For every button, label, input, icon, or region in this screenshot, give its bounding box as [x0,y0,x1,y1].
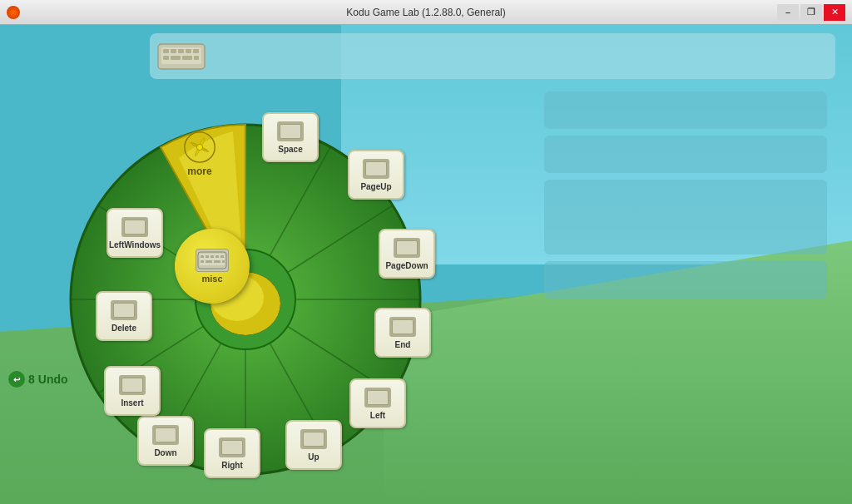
right-panel [544,91,827,299]
pagedown-button[interactable]: PageDown [379,229,435,279]
up-label: Up [308,452,319,462]
svg-rect-10 [194,56,199,60]
pageup-key-icon [363,159,389,179]
svg-rect-30 [201,255,204,258]
leftwindows-button[interactable]: LeftWindows [106,208,163,258]
svg-rect-8 [171,56,181,60]
panel-box-3 [544,180,827,254]
svg-rect-3 [171,49,176,53]
up-button[interactable]: Up [285,420,342,470]
more-button[interactable]: more [158,112,241,195]
pageup-label: PageUp [360,182,391,191]
panel-box-4 [544,261,827,299]
down-key-icon [152,425,179,445]
svg-rect-31 [206,255,209,258]
svg-rect-32 [211,255,214,258]
leftwindows-key-icon [121,217,148,237]
svg-rect-7 [163,56,169,60]
svg-rect-6 [193,49,199,53]
pagedown-label: PageDown [385,261,428,270]
space-button[interactable]: Space [262,112,319,162]
svg-rect-5 [186,49,191,53]
misc-label: misc [201,274,222,284]
delete-label: Delete [111,324,136,333]
end-label: End [395,340,411,349]
minimize-button[interactable]: − [777,4,799,21]
end-key-icon [389,317,416,337]
panel-box-2 [544,136,827,173]
svg-rect-37 [214,260,220,263]
svg-rect-4 [178,49,184,53]
insert-label: Insert [121,398,143,408]
left-label: Left [370,411,385,420]
pagedown-key-icon [394,238,420,258]
misc-keyboard-icon [196,249,229,272]
left-button[interactable]: Left [349,378,406,428]
main-content: ↩ 8Undo [0,25,852,504]
undo-icon: ↩ [8,371,25,388]
svg-rect-33 [215,255,219,258]
right-key-icon [219,437,245,457]
svg-rect-34 [220,255,224,258]
title-bar: Kodu Game Lab (1.2.88.0, General) − ❐ ✕ [0,0,852,25]
restore-button[interactable]: ❐ [800,4,822,21]
more-label: more [187,166,211,177]
down-button[interactable]: Down [137,416,194,466]
window-controls: − ❐ ✕ [777,4,845,21]
app-icon [7,6,20,19]
insert-button[interactable]: Insert [104,366,161,416]
down-label: Down [154,448,176,457]
right-button[interactable]: Right [204,428,260,478]
end-button[interactable]: End [374,308,431,358]
space-label: Space [278,145,302,154]
delete-button[interactable]: Delete [96,291,152,341]
svg-rect-36 [206,260,212,263]
up-key-icon [300,429,327,449]
svg-point-40 [196,144,202,150]
svg-rect-38 [222,260,225,263]
svg-rect-9 [182,56,192,60]
wheel-menu: misc more [50,67,449,499]
left-key-icon [364,388,391,408]
panel-box-1 [544,91,827,129]
window-title: Kodu Game Lab (1.2.88.0, General) [346,7,505,18]
pageup-button[interactable]: PageUp [348,150,404,200]
leftwindows-label: LeftWindows [109,240,161,250]
space-key-icon [277,121,304,141]
undo-count: 8 [28,373,35,386]
delete-key-icon [111,300,137,320]
svg-rect-35 [201,260,204,263]
svg-rect-2 [163,49,169,53]
close-button[interactable]: ✕ [824,4,845,21]
insert-key-icon [119,375,146,395]
misc-center-button[interactable]: misc [175,229,250,304]
right-label: Right [221,461,243,470]
more-pinwheel-icon [183,131,216,164]
